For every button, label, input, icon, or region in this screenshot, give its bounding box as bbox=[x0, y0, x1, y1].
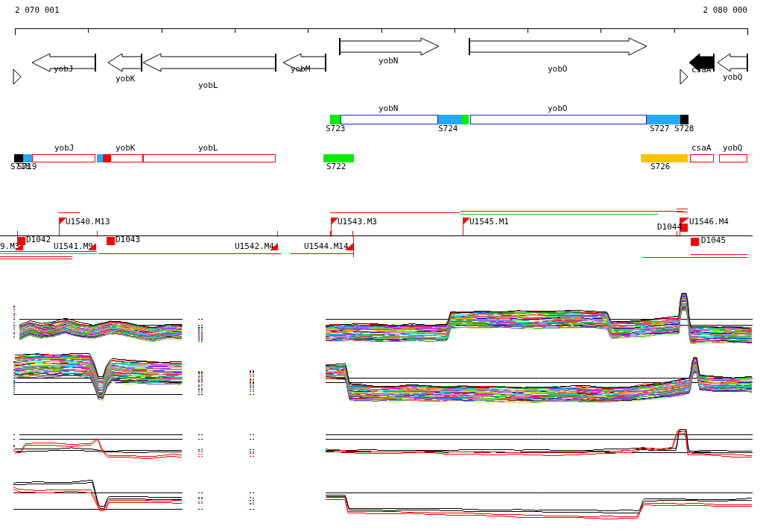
transcript-track-segment-rect[interactable] bbox=[470, 115, 647, 124]
marker-square-D1043[interactable] bbox=[107, 237, 115, 245]
gene-label-yobM: yobM bbox=[291, 66, 311, 73]
amplicon-extent-line bbox=[330, 212, 460, 213]
transcript-track-label-S727: S727 bbox=[650, 125, 670, 133]
gene-label-yobQ: yobQ bbox=[723, 74, 743, 81]
gene-label-yobL: yobL bbox=[198, 82, 218, 89]
gene-label-yobK: yobK bbox=[115, 75, 136, 83]
probe-baseline bbox=[0, 235, 753, 236]
amplicon-extent-line bbox=[0, 253, 97, 254]
segment-track-segment-block[interactable] bbox=[97, 154, 103, 162]
genome-browser-view: 2 070 001 2 080 000 yobJyobKyobLyobMyobN… bbox=[0, 0, 763, 532]
probe-label-U1545.M1[interactable]: U1545.M1 bbox=[469, 218, 509, 226]
transcript-track-label-S728: S728 bbox=[674, 125, 694, 133]
probe-flag-icon[interactable] bbox=[345, 243, 353, 250]
probe-tick bbox=[277, 231, 278, 237]
gene-arrow-track bbox=[0, 0, 763, 101]
segment-track-segment-rect[interactable] bbox=[32, 154, 95, 162]
segment-track-label-S719: S719 bbox=[17, 163, 37, 171]
probe-tick bbox=[97, 231, 98, 237]
gene-label-yobO: yobO bbox=[548, 66, 568, 73]
marker-label-D1042[interactable]: D1042 bbox=[26, 236, 51, 244]
amplicon-extent-line bbox=[460, 211, 683, 212]
gene-arrow-yobN[interactable] bbox=[340, 38, 439, 55]
amplicon-extent-line bbox=[677, 209, 688, 209]
partial-orf-triangle-icon[interactable] bbox=[13, 69, 21, 84]
transcript-track-label-yobO: yobO bbox=[548, 105, 568, 113]
segment-track-label-S726: S726 bbox=[650, 163, 671, 171]
gene-label-yobJ: yobJ bbox=[54, 66, 74, 73]
segment-track-label-yobK: yobK bbox=[115, 145, 136, 152]
amplicon-extent-line bbox=[460, 214, 658, 215]
marker-label-D1043[interactable]: D1043 bbox=[115, 236, 140, 244]
segment-track-segment-rect[interactable] bbox=[719, 154, 747, 162]
marker-label-D1044[interactable]: D1044 bbox=[657, 224, 682, 231]
transcript-track-segment-rect[interactable] bbox=[341, 115, 438, 124]
segment-track-label-csaA: csaA bbox=[691, 145, 712, 152]
marker-label-D1045[interactable]: D1045 bbox=[701, 237, 726, 244]
probe-flag-icon[interactable] bbox=[270, 243, 278, 250]
probe-label-U1544.M14[interactable]: U1544.M14 bbox=[304, 243, 349, 250]
gene-arrow-yobL[interactable] bbox=[143, 54, 276, 72]
amplicon-extent-line bbox=[691, 254, 747, 255]
marker-square-D1042[interactable] bbox=[17, 237, 25, 245]
amplicon-extent-line bbox=[0, 256, 72, 257]
gene-arrow-yobQ[interactable] bbox=[718, 54, 747, 72]
gene-arrow-yobK[interactable] bbox=[108, 54, 142, 72]
probe-tick bbox=[17, 231, 18, 237]
transcript-track-label-S723: S723 bbox=[326, 125, 346, 133]
transcript-track-label-S724: S724 bbox=[438, 125, 458, 133]
amplicon-extent-line bbox=[98, 253, 281, 254]
transcript-track-segment-block[interactable] bbox=[462, 115, 469, 124]
probe-label-U1546.M4[interactable]: U1546.M4 bbox=[689, 218, 729, 226]
amplicon-extent-line bbox=[0, 259, 72, 259]
segment-track-label-S722: S722 bbox=[326, 163, 346, 171]
probe-flag-pole bbox=[353, 235, 354, 257]
gene-arrow-yobO[interactable] bbox=[469, 38, 647, 55]
segment-track-label-yobL: yobL bbox=[198, 145, 218, 152]
probe-label-U1540.M13[interactable]: U1540.M13 bbox=[66, 218, 110, 226]
probe-label-U1542.M4[interactable]: U1542.M4 bbox=[235, 243, 274, 250]
marker-square-D1045[interactable] bbox=[691, 238, 699, 246]
amplicon-extent-line bbox=[677, 212, 688, 212]
gene-label-yobN: yobN bbox=[379, 57, 399, 65]
amplicon-extent-line bbox=[58, 212, 80, 213]
gene-label-csaA: csaA bbox=[691, 66, 712, 74]
partial-orf-triangle-icon[interactable] bbox=[680, 69, 688, 84]
probe-flag-icon[interactable] bbox=[88, 243, 96, 250]
probe-label-U1543.M3[interactable]: U1543.M3 bbox=[338, 218, 377, 226]
transcript-track-label-yobN: yobN bbox=[379, 105, 399, 113]
segment-track-segment-rect[interactable] bbox=[690, 154, 714, 162]
segment-track-segment-block[interactable] bbox=[103, 154, 110, 162]
amplicon-extent-line bbox=[0, 251, 97, 252]
segment-track-segment-rect[interactable] bbox=[110, 154, 143, 162]
amplicon-extent-line bbox=[643, 257, 747, 258]
probe-tick bbox=[677, 231, 677, 237]
amplicon-extent-line bbox=[291, 253, 354, 254]
segment-track-segment-rect[interactable] bbox=[143, 154, 276, 162]
segment-track-label-yobQ: yobQ bbox=[723, 145, 743, 152]
segment-track-label-yobJ: yobJ bbox=[54, 145, 75, 152]
